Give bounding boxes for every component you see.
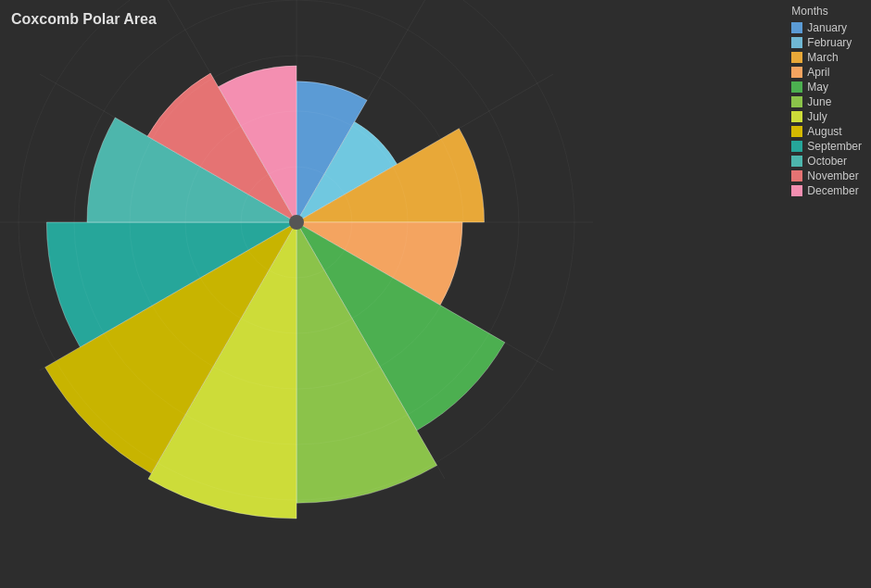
chart-canvas <box>0 0 871 588</box>
